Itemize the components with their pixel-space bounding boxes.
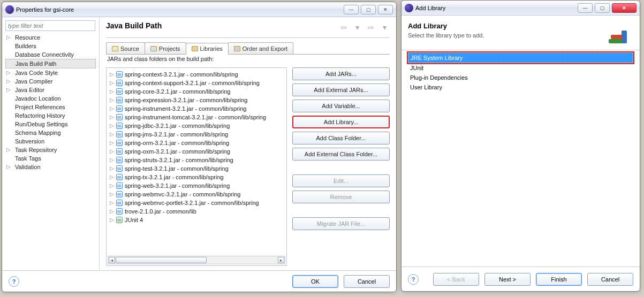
sidebar-item-task-repository[interactable]: Task Repository (5, 146, 96, 154)
finish-button[interactable]: Finish (536, 273, 582, 286)
jar-list[interactable]: spring-context-3.2.1.jar - common/lib/sp… (106, 67, 287, 266)
help-icon[interactable]: ? (9, 276, 19, 287)
add-class-folder-button[interactable]: Add Class Folder... (292, 132, 390, 144)
close-button[interactable]: ✕ (612, 3, 637, 13)
jar-entry[interactable]: spring-oxm-3.2.1.jar - common/lib/spring (107, 147, 286, 156)
jar-icon (116, 105, 123, 112)
jar-icon (116, 131, 123, 138)
tab-icon (192, 46, 198, 51)
jar-icon (116, 80, 123, 86)
sidebar-item-java-compiler[interactable]: Java Compiler (5, 77, 96, 86)
sidebar-item-builders[interactable]: Builders (5, 42, 96, 50)
jar-entry[interactable]: spring-web-3.2.1.jar - common/lib/spring (107, 181, 286, 190)
sidebar-item-run-debug-settings[interactable]: Run/Debug Settings (5, 120, 96, 128)
jar-entry[interactable]: spring-context-3.2.1.jar - common/lib/sp… (107, 70, 286, 79)
jar-icon (116, 114, 123, 120)
sidebar-item-javadoc-location[interactable]: Javadoc Location (5, 94, 96, 103)
remove-button[interactable]: Remove (292, 191, 390, 203)
jar-icon (116, 71, 123, 78)
jar-entry[interactable]: spring-instrument-tomcat-3.2.1.jar - com… (107, 113, 286, 121)
titlebar[interactable]: Add Library — ▢ ✕ (401, 1, 640, 16)
minimize-button[interactable]: — (344, 5, 359, 14)
edit-button[interactable]: Edit... (292, 174, 390, 187)
page-title: Java Build Path (106, 21, 162, 30)
jar-entry[interactable]: spring-context-support-3.2.1.jar - commo… (107, 79, 286, 87)
list-heading: JARs and class folders on the build path… (107, 56, 390, 62)
jar-entry[interactable]: spring-test-3.2.1.jar - common/lib/sprin… (107, 164, 286, 173)
maximize-button[interactable]: ▢ (361, 5, 376, 14)
properties-sidebar: ResourceBuildersDatabase ConnectivityJav… (2, 17, 100, 270)
library-type-plug-in-dependencies[interactable]: Plug-in Dependencies (408, 73, 633, 82)
tab-icon (234, 46, 240, 51)
minimize-button[interactable]: — (578, 3, 593, 13)
add-jars-button[interactable]: Add JARs... (292, 67, 390, 80)
sidebar-item-resource[interactable]: Resource (5, 33, 96, 42)
sidebar-item-java-editor[interactable]: Java Editor (5, 86, 96, 94)
jar-entry[interactable]: spring-jms-3.2.1.jar - common/lib/spring (107, 130, 286, 139)
sidebar-item-validation[interactable]: Validation (5, 163, 96, 171)
jar-icon (116, 165, 123, 172)
add-variable-button[interactable]: Add Variable... (292, 100, 390, 112)
titlebar[interactable]: Properties for gsi-core — ▢ ✕ (2, 2, 396, 17)
jar-icon (116, 148, 123, 155)
sidebar-item-refactoring-history[interactable]: Refactoring History (5, 111, 96, 120)
jar-icon (116, 97, 123, 103)
cancel-button[interactable]: Cancel (344, 275, 390, 288)
library-type-list[interactable]: JRE System LibraryJUnitPlug-in Dependenc… (401, 50, 640, 94)
library-wizard-icon (607, 22, 633, 43)
sidebar-item-database-connectivity[interactable]: Database Connectivity (5, 50, 96, 59)
sidebar-item-java-build-path[interactable]: Java Build Path (5, 59, 96, 68)
maximize-button[interactable]: ▢ (595, 3, 610, 13)
sidebar-item-subversion[interactable]: Subversion (5, 137, 96, 146)
tab-source[interactable]: Source (106, 42, 145, 54)
next-button[interactable]: Next > (484, 273, 531, 286)
jar-entry[interactable]: spring-expression-3.2.1.jar - common/lib… (107, 96, 286, 104)
tab-icon (112, 46, 118, 51)
help-icon[interactable]: ? (408, 274, 419, 285)
library-type-junit[interactable]: JUnit (408, 63, 633, 73)
library-type-jre-system-library[interactable]: JRE System Library (408, 52, 633, 63)
jar-entry[interactable]: spring-tx-3.2.1.jar - common/lib/spring (107, 173, 286, 181)
tab-order-and-export[interactable]: Order and Export (228, 42, 293, 54)
jar-entry[interactable]: spring-orm-3.2.1.jar - common/lib/spring (107, 139, 286, 147)
sidebar-item-schema-mapping[interactable]: Schema Mapping (5, 128, 96, 137)
properties-window: Properties for gsi-core — ▢ ✕ ResourceBu… (2, 2, 397, 292)
tab-libraries[interactable]: Libraries (186, 43, 229, 55)
junit-entry[interactable]: JUnit 4 (107, 216, 286, 224)
tab-projects[interactable]: Projects (145, 42, 186, 54)
jar-entry[interactable]: spring-struts-3.2.1.jar - common/lib/spr… (107, 156, 286, 164)
library-type-user-library[interactable]: User Library (408, 82, 633, 92)
jar-entry[interactable]: spring-webmvc-portlet-3.2.1.jar - common… (107, 199, 286, 207)
jar-entry[interactable]: trove-2.1.0.jar - common/lib (107, 207, 286, 216)
ok-button[interactable]: OK (292, 275, 338, 288)
migrate-jar-button[interactable]: Migrate JAR File... (292, 217, 390, 230)
sidebar-item-project-references[interactable]: Project References (5, 103, 96, 111)
jar-icon (116, 123, 123, 129)
jar-entry[interactable]: spring-core-3.2.1.jar - common/lib/sprin… (107, 87, 286, 96)
cancel-button[interactable]: Cancel (587, 273, 633, 286)
jar-icon (116, 157, 123, 163)
back-button[interactable]: < Back (433, 273, 479, 286)
horizontal-scrollbar[interactable]: ◂ ▸ (108, 256, 285, 264)
jar-icon (116, 140, 123, 146)
add-library-button[interactable]: Add Library... (292, 116, 390, 128)
filter-input[interactable] (5, 20, 95, 31)
sidebar-item-java-code-style[interactable]: Java Code Style (5, 68, 96, 77)
sidebar-item-task-tags[interactable]: Task Tags (5, 154, 96, 163)
wizard-heading: Add Library (408, 22, 484, 30)
tab-icon (150, 46, 157, 51)
jar-entry[interactable]: spring-jdbc-3.2.1.jar - common/lib/sprin… (107, 121, 286, 130)
jar-icon (116, 182, 123, 189)
nav-arrows[interactable]: ⇦ ▾ ⇨ ▾ (340, 23, 390, 32)
scroll-left-icon[interactable]: ◂ (109, 257, 115, 263)
jar-icon (116, 88, 123, 95)
add-external-class-folder-button[interactable]: Add External Class Folder... (292, 148, 390, 161)
add-library-window: Add Library — ▢ ✕ Add Library Select the… (401, 0, 640, 292)
scroll-right-icon[interactable]: ▸ (278, 257, 284, 263)
scroll-thumb[interactable] (116, 257, 207, 263)
window-title: Properties for gsi-core (16, 6, 74, 13)
add-external-jars-button[interactable]: Add External JARs... (292, 83, 390, 96)
jar-entry[interactable]: spring-webmvc-3.2.1.jar - common/lib/spr… (107, 190, 286, 199)
close-button[interactable]: ✕ (378, 5, 393, 14)
jar-entry[interactable]: spring-instrument-3.2.1.jar - common/lib… (107, 104, 286, 113)
